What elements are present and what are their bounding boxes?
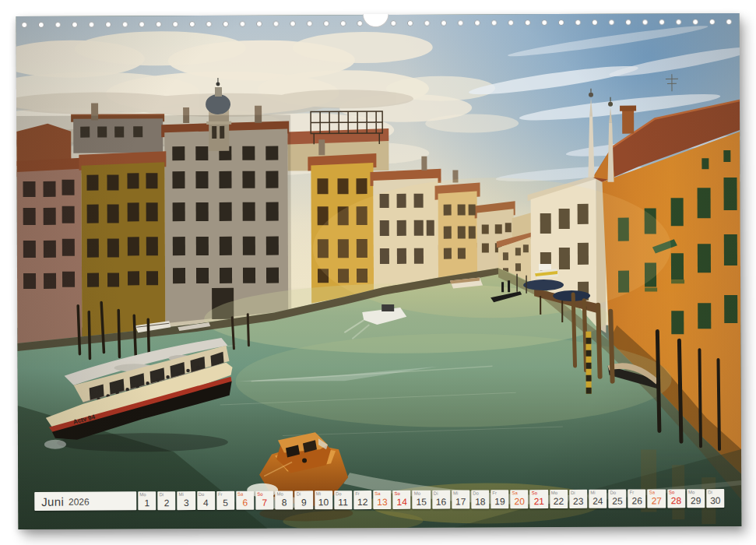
weekday-label: Mo [688,490,694,494]
weekday-label: Mo [276,492,283,497]
month-name: Juni [41,494,64,508]
day-number: 28 [671,496,681,508]
weekday-label: Sa [512,490,517,495]
weekday-label: Mi [453,491,458,496]
day-number: 21 [534,497,544,508]
calendar-product-image: Actv 94 [0,0,756,545]
calendar-day: Mo 22 [550,490,568,508]
weekday-label: Do [336,491,342,496]
calendar-day: Mo 8 [275,490,293,509]
calendar-day: So 28 [667,489,685,508]
day-number: 19 [494,497,505,508]
day-number: 15 [417,498,427,509]
year-label: 2026 [69,495,90,507]
weekday-label: Mo [551,490,557,495]
day-number: 26 [631,497,642,508]
calendar-day: Di 30 [706,489,724,508]
day-number: 27 [652,496,662,508]
month-label: Juni 2026 [34,491,136,511]
calendar-day: So 14 [392,490,410,509]
weekday-label: Sa [374,491,380,496]
calendar-day: So 7 [255,491,273,510]
day-number: 13 [377,498,387,509]
calendar-day: Di 2 [157,491,175,510]
calendar-day: Sa 6 [236,491,254,510]
calendar-page: Actv 94 [16,13,742,529]
calendar-day: Mo 29 [687,489,705,508]
weekday-label: Mi [179,492,184,497]
calendar-day: Mo 1 [138,491,156,510]
calendar-day: Do 25 [608,490,626,508]
weekday-label: So [257,492,262,497]
weekday-label: So [532,490,537,495]
calendar-day: Fr 5 [216,491,234,510]
weekday-label: Sa [649,490,655,494]
calendar-day: Sa 13 [373,490,391,509]
day-number: 18 [475,497,485,508]
calendar-day: Do 18 [471,490,489,508]
day-number: 8 [282,498,287,510]
day-number: 6 [242,498,248,510]
weekday-label: Di [434,491,438,496]
weekday-label: So [394,491,399,496]
day-number: 10 [318,498,329,509]
calendar-day: Do 11 [334,490,352,509]
day-number: 30 [710,496,720,508]
day-number: 29 [691,496,701,508]
weekday-label: Sa [237,492,243,497]
weekday-label: Fr [218,492,223,497]
weekday-label: Mi [316,491,321,496]
day-number: 7 [262,498,268,510]
day-number: 14 [396,498,406,509]
calendar-day: Mi 10 [315,490,332,509]
weekday-label: Do [473,490,479,495]
day-number: 1 [145,498,150,510]
day-number: 11 [338,498,348,509]
weekday-label: Di [571,490,575,495]
calendar-day: Mo 15 [413,490,431,509]
day-number: 25 [612,497,622,508]
day-number: 24 [592,497,603,508]
day-number: 4 [203,498,209,510]
weekday-label: Do [610,490,616,495]
weekday-label: Mo [139,492,146,497]
weekday-label: Fr [355,491,360,496]
calendar-day: So 21 [530,490,548,508]
weekday-label: Di [297,491,301,496]
calendar-day: Mi 24 [589,490,607,508]
calendar-day: Sa 27 [648,489,666,508]
weekday-label: Fr [492,490,497,495]
weekday-label: Di [708,490,712,494]
weekday-label: Fr [630,490,635,495]
day-number: 17 [455,498,466,509]
calendar-day: Sa 20 [510,490,528,508]
day-number: 9 [301,498,307,509]
day-number: 2 [164,498,170,510]
weekday-label: Di [159,492,164,497]
venice-scene: Actv 94 [16,13,742,529]
day-number: 5 [223,498,228,510]
weekday-label: So [669,490,674,494]
weekday-label: Mi [590,490,595,495]
calendar-day: Di 23 [569,490,587,508]
day-number: 23 [573,497,583,508]
calendar-day: Fr 12 [353,490,371,509]
venice-canal-photo: Actv 94 [16,13,742,529]
day-number: 3 [184,498,189,510]
calendar-day: Fr 26 [628,490,646,508]
day-number: 22 [554,497,564,508]
calendar-day: Mi 3 [178,491,195,510]
day-number: 12 [357,498,367,509]
day-number: 20 [514,497,524,508]
day-number: 16 [436,498,446,509]
calendar-day: Di 16 [432,490,450,509]
weekday-label: Mo [414,491,420,496]
calendar-day: Do 4 [197,491,215,510]
weekday-label: Do [199,492,205,497]
calendar-day: Mi 17 [452,490,469,508]
calendar-day: Di 9 [295,490,313,509]
calendar-day: Fr 19 [491,490,508,508]
calendar-strip: Juni 2026 Mo 1 Di 2 Mi 3 Do 4 Fr 5 Sa 6 … [34,489,724,511]
